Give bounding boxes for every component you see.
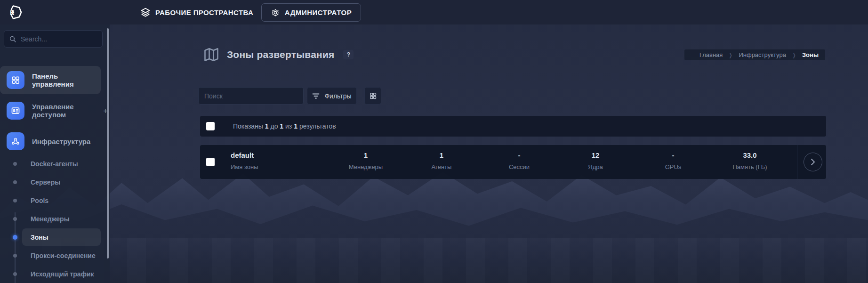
sidebar-item-access-management[interactable]: Управление доступом <box>0 97 101 125</box>
sidebar-scrollbar[interactable] <box>107 28 109 259</box>
bullet-dot-icon <box>13 235 17 240</box>
app-logo-icon[interactable]: К <box>7 4 24 21</box>
bullet-dot-icon <box>13 162 17 166</box>
sidebar: Панель управления Управление доступом + … <box>0 24 110 283</box>
row-checkbox[interactable] <box>206 158 215 166</box>
main-content: Зоны развертывания ? Главная ❯ Инфрастру… <box>110 24 868 283</box>
chevron-right-icon: ❯ <box>729 52 732 58</box>
chevron-right-icon <box>811 158 815 166</box>
cell-gpus: - GPUs <box>638 151 708 170</box>
breadcrumb-home[interactable]: Главная <box>699 51 723 58</box>
bullet-dot-icon <box>13 217 17 221</box>
bullet-dot-icon <box>13 180 17 184</box>
table-search-input[interactable] <box>204 92 297 100</box>
help-badge[interactable]: ? <box>343 50 354 59</box>
cell-agents: 1 Агенты <box>406 151 477 170</box>
sidebar-subitem-docker-agents[interactable]: Docker-агенты <box>0 154 101 173</box>
cell-zone-name: default Имя зоны <box>231 151 258 170</box>
top-bar: К РАБОЧИЕ ПРОСТРАНСТВА АДМИНИСТРАТОР <box>0 0 868 24</box>
gear-icon <box>271 8 280 17</box>
nav-administrator-label: АДМИНИСТРАТОР <box>285 8 352 16</box>
nav-workspaces-label: РАБОЧИЕ ПРОСТРАНСТВА <box>155 8 253 16</box>
sidebar-item-infrastructure[interactable]: Инфраструктура <box>0 127 101 155</box>
bullet-dot-icon <box>13 272 17 276</box>
expand-plus-icon[interactable]: + <box>101 107 110 115</box>
svg-text:К: К <box>10 8 15 16</box>
dashboard-grid-icon <box>7 71 24 89</box>
network-nodes-icon <box>7 132 24 150</box>
row-open-button[interactable] <box>804 153 822 171</box>
cell-managers: 1 Менеджеры <box>330 151 401 170</box>
breadcrumb: Главная ❯ Инфраструктура ❯ Зоны <box>684 49 825 60</box>
layers-icon <box>140 7 151 17</box>
filter-lines-icon <box>312 93 320 99</box>
row-divider <box>797 145 797 179</box>
sidebar-subitem-proxy-connection[interactable]: Прокси-соединение <box>0 246 101 265</box>
sidebar-subitem-pools[interactable]: Pools <box>0 191 101 210</box>
sidebar-search-input[interactable] <box>21 35 106 43</box>
bullet-dot-icon <box>13 254 17 258</box>
breadcrumb-infrastructure[interactable]: Инфраструктура <box>739 51 786 58</box>
bullet-dot-icon <box>13 199 17 202</box>
cell-cores: 12 Ядра <box>560 151 631 170</box>
sidebar-subitem-zones[interactable]: Зоны <box>0 228 101 246</box>
filters-button[interactable]: Фильтры <box>307 87 357 105</box>
sidebar-item-label: Управление доступом <box>32 103 101 119</box>
chevron-right-icon: ❯ <box>792 52 796 58</box>
sidebar-item-label: Панель управления <box>32 72 101 88</box>
sidebar-item-label: Инфраструктура <box>32 137 90 146</box>
nav-administrator-button[interactable]: АДМИНИСТРАТОР <box>261 3 361 22</box>
table-search[interactable] <box>198 87 304 105</box>
filters-label: Фильтры <box>324 92 351 100</box>
sidebar-subitem-servers[interactable]: Серверы <box>0 173 101 191</box>
table-row[interactable]: default Имя зоны 1 Менеджеры 1 Агенты - … <box>200 145 826 179</box>
results-summary-bar: Показаны 1 до 1 из 1 результатов <box>200 116 826 137</box>
collapse-minus-icon[interactable]: — <box>101 137 110 145</box>
nav-workspaces[interactable]: РАБОЧИЕ ПРОСТРАНСТВА <box>140 0 253 24</box>
grid-view-icon <box>369 92 377 100</box>
sidebar-subitem-outbound-traffic[interactable]: Исходящий трафик <box>0 265 101 283</box>
id-card-icon <box>7 102 24 120</box>
grid-view-button[interactable] <box>364 87 381 105</box>
sidebar-search[interactable] <box>4 30 103 48</box>
cell-memory-gb: 33.0 Память (ГБ) <box>715 151 785 170</box>
cell-sessions: - Сессии <box>484 151 555 170</box>
sidebar-subitem-managers[interactable]: Менеджеры <box>0 210 101 228</box>
search-icon <box>9 35 16 43</box>
breadcrumb-current: Зоны <box>802 51 819 58</box>
sidebar-item-control-panel[interactable]: Панель управления <box>0 66 101 94</box>
select-all-checkbox[interactable] <box>206 122 215 130</box>
map-icon <box>202 46 220 63</box>
results-summary-text: Показаны 1 до 1 из 1 результатов <box>233 122 336 130</box>
page-title: Зоны развертывания <box>227 49 334 60</box>
